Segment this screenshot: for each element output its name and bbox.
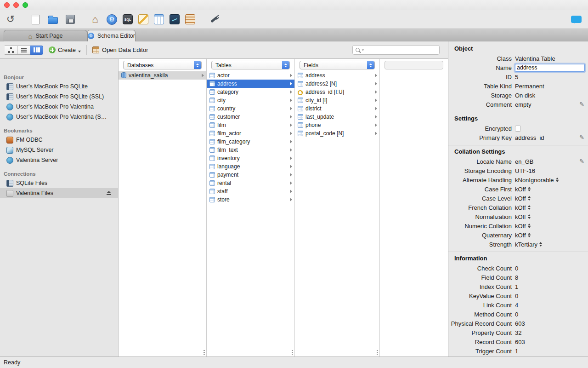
popup-arrows-icon[interactable] bbox=[528, 205, 531, 210]
database-list-item[interactable]: valentina_sakila bbox=[119, 71, 206, 80]
edit-pencil-icon[interactable]: ✎ bbox=[579, 134, 584, 141]
field-list-item[interactable]: postal_code [N] bbox=[295, 129, 379, 138]
sidebar-item[interactable]: User’s MacBook Pro Valentina (S… bbox=[0, 112, 118, 122]
table-list-item[interactable]: rental bbox=[207, 179, 294, 187]
table-list-item[interactable]: film_actor bbox=[207, 129, 294, 138]
field-list-item[interactable]: district bbox=[295, 104, 379, 113]
table-list-item[interactable]: category bbox=[207, 88, 294, 96]
zoom-button[interactable] bbox=[23, 2, 28, 8]
table-list-item[interactable]: staff bbox=[207, 187, 294, 196]
property-row: Property Count 32 ✎ bbox=[448, 328, 588, 337]
table-icon bbox=[209, 139, 215, 144]
tab[interactable]: Schema Editor bbox=[87, 30, 136, 41]
sidebar-item[interactable]: User’s MacBook Pro Valentina bbox=[0, 102, 118, 112]
disclosure-arrow-icon bbox=[375, 132, 377, 135]
table-list-item[interactable]: language bbox=[207, 162, 294, 171]
open-folder-icon[interactable] bbox=[47, 13, 59, 25]
resize-grip[interactable] bbox=[204, 350, 205, 355]
create-label: Create bbox=[58, 46, 76, 53]
property-label: French Collation bbox=[448, 204, 512, 211]
home-icon[interactable] bbox=[89, 13, 101, 25]
disclosure-arrow-icon bbox=[375, 107, 377, 110]
property-label: Class bbox=[448, 55, 512, 62]
table-list-item[interactable]: inventory bbox=[207, 154, 294, 162]
new-document-icon[interactable] bbox=[29, 13, 41, 25]
main-toolbar bbox=[0, 10, 588, 29]
sidebar-item[interactable]: SQLite Files bbox=[0, 178, 118, 188]
table-list-item[interactable]: payment bbox=[207, 171, 294, 179]
extra-dropdown bbox=[384, 61, 443, 69]
table-list-item[interactable]: film bbox=[207, 121, 294, 129]
field-list-item[interactable]: address bbox=[295, 71, 379, 80]
popup-arrows-icon[interactable] bbox=[556, 178, 559, 182]
tab[interactable]: Start Page bbox=[4, 30, 87, 41]
table-list-item[interactable]: actor bbox=[207, 71, 294, 80]
popup-arrows-icon[interactable] bbox=[528, 187, 531, 191]
diagram-icon[interactable] bbox=[138, 14, 148, 24]
sidebar-section-title: Connections bbox=[0, 171, 118, 178]
popup-arrows-icon[interactable] bbox=[528, 196, 531, 201]
sidebar-item[interactable]: User’s MacBook Pro SQLite bbox=[0, 81, 118, 92]
property-value: 0 bbox=[515, 311, 518, 318]
table-list-item[interactable]: customer bbox=[207, 113, 294, 121]
popup-arrows-icon[interactable] bbox=[539, 242, 542, 247]
save-icon[interactable] bbox=[64, 13, 76, 25]
sidebar-item[interactable]: Valentina Files bbox=[0, 188, 118, 198]
sql-editor-icon[interactable] bbox=[123, 14, 133, 24]
table-icon bbox=[209, 131, 215, 136]
table-list-item[interactable]: country bbox=[207, 104, 294, 113]
view-mode-button[interactable] bbox=[30, 46, 43, 55]
field-icon bbox=[298, 114, 303, 120]
tree-view-icon bbox=[8, 47, 14, 53]
table-icon[interactable] bbox=[154, 14, 164, 24]
field-list-item[interactable]: phone bbox=[295, 121, 379, 129]
chart-icon[interactable] bbox=[170, 14, 180, 24]
search-field[interactable] bbox=[352, 45, 440, 55]
sidebar-item[interactable]: User’s MacBook Pro SQLite (SSL) bbox=[0, 92, 118, 102]
eject-icon[interactable] bbox=[106, 191, 112, 196]
feedback-chat-icon[interactable] bbox=[571, 16, 582, 23]
sidebar-item[interactable]: MySQL Server bbox=[0, 145, 118, 155]
connect-icon[interactable] bbox=[208, 13, 220, 25]
sidebar-item[interactable]: FM ODBC bbox=[0, 135, 118, 145]
resize-grip[interactable] bbox=[377, 350, 378, 355]
tables-dropdown[interactable]: Tables bbox=[211, 61, 290, 69]
schema-editor-icon[interactable] bbox=[107, 14, 117, 25]
minimize-button[interactable] bbox=[13, 2, 19, 8]
view-mode-button[interactable] bbox=[17, 46, 30, 55]
edit-pencil-icon[interactable]: ✎ bbox=[579, 158, 584, 165]
undo-icon[interactable] bbox=[5, 13, 17, 25]
report-icon[interactable] bbox=[185, 14, 195, 24]
table-list-item[interactable]: store bbox=[207, 196, 294, 204]
fields-dropdown[interactable]: Fields bbox=[300, 61, 375, 69]
table-list-item[interactable]: film_text bbox=[207, 146, 294, 154]
sidebar-item[interactable]: Valentina Server bbox=[0, 155, 118, 165]
encrypted-checkbox[interactable] bbox=[515, 126, 521, 132]
search-input[interactable] bbox=[366, 47, 436, 53]
field-list-item[interactable]: last_update bbox=[295, 113, 379, 121]
field-list-item[interactable]: address_id [I:U] bbox=[295, 88, 379, 96]
resize-grip[interactable] bbox=[292, 350, 293, 355]
view-mode-button[interactable] bbox=[5, 46, 17, 55]
edit-pencil-icon[interactable]: ✎ bbox=[579, 101, 584, 108]
property-label: Property Count bbox=[448, 329, 512, 336]
fm-odbc-icon bbox=[6, 137, 13, 144]
close-button[interactable] bbox=[4, 2, 10, 8]
popup-arrows-icon[interactable] bbox=[528, 224, 531, 228]
disclosure-arrow-icon bbox=[290, 156, 292, 160]
field-list-item[interactable]: city_id [I] bbox=[295, 96, 379, 104]
name-input[interactable] bbox=[515, 64, 585, 72]
popup-arrows-icon bbox=[194, 61, 201, 69]
open-data-editor-button[interactable]: Open Data Editor bbox=[92, 46, 148, 53]
table-icon bbox=[209, 122, 215, 128]
table-list-item[interactable]: film_category bbox=[207, 138, 294, 146]
field-list-item[interactable]: address2 [N] bbox=[295, 80, 379, 88]
sidebar-section-title: Bonjour bbox=[0, 75, 118, 81]
databases-dropdown[interactable]: Databases bbox=[123, 61, 202, 69]
popup-arrows-icon[interactable] bbox=[528, 214, 531, 219]
column-fields: Fields address bbox=[295, 59, 380, 356]
popup-arrows-icon[interactable] bbox=[528, 233, 531, 237]
table-list-item[interactable]: city bbox=[207, 96, 294, 104]
create-button[interactable]: Create bbox=[49, 46, 81, 53]
table-list-item[interactable]: address bbox=[207, 80, 294, 88]
